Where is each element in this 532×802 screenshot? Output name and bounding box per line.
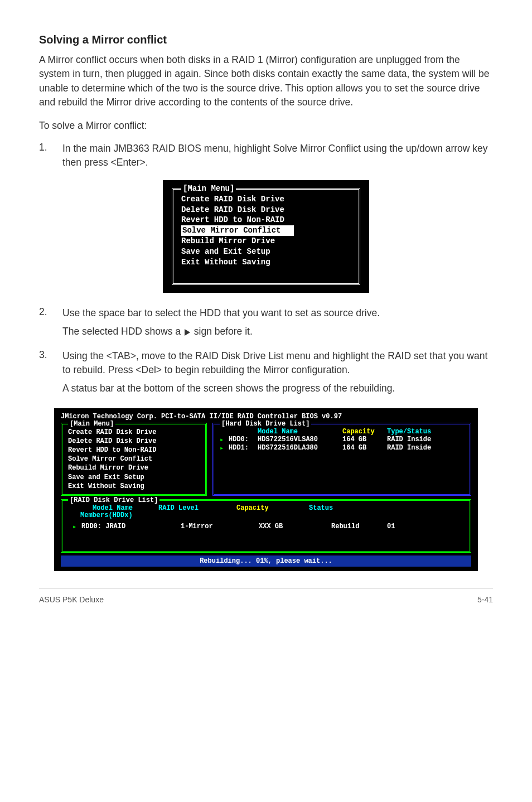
bios-menu-item: Rebuild Mirror Drive — [68, 463, 200, 472]
bios-top-row: [Main Menu] Create RAID Disk Drive Delet… — [61, 423, 471, 496]
step-number: 2. — [39, 306, 62, 344]
bios-menu-item: Delete RAID Disk Drive — [181, 205, 351, 215]
raid-status: Rebuild — [331, 523, 387, 531]
bios-large-container: JMicron Technology Corp. PCI-to-SATA II/… — [39, 408, 493, 571]
bios-footer-text: Rebuilding... 01%, please wait... — [61, 555, 471, 567]
hdd-capacity: 164 GB — [342, 436, 387, 444]
step-2: 2. Use the space bar to select the HDD t… — [39, 306, 493, 344]
bios-menu-item: Create RAID Disk Drive — [181, 194, 351, 205]
hdd-type: RAID Inside — [387, 444, 464, 452]
bios-menu-item: Create RAID Disk Drive — [68, 428, 200, 437]
bios-main-menu-box: [Main Menu] Create RAID Disk Drive Delet… — [172, 188, 360, 285]
step-text: In the main JMB363 RAID BIOS menu, highl… — [62, 142, 493, 170]
raid-header-capacity: Capacity — [236, 504, 309, 512]
footer-right: 5-41 — [477, 595, 493, 604]
footer-left: ASUS P5K Deluxe — [39, 595, 104, 604]
raid-members-label: Members(HDDx) — [69, 511, 463, 519]
hdd-header-row: Model Name Capacity Type/Status — [220, 428, 464, 436]
bios-raid-list-panel: [RAID Disk Drive List] Model Name RAID L… — [61, 499, 471, 553]
step-number: 1. — [39, 142, 62, 170]
bios-menu-item: Save and Exit Setup — [68, 473, 200, 482]
hdd-header-capacity: Capacity — [342, 428, 387, 436]
hdd-type: RAID Inside — [387, 436, 464, 444]
step-2-subtext: The selected HDD shows a sign before it. — [62, 325, 493, 339]
bios-main-menu-panel: [Main Menu] Create RAID Disk Drive Delet… — [61, 423, 207, 496]
raid-level: 1-Mirror — [181, 523, 259, 531]
hdd-row-1: ▸ HDD1: HDS722516DLA380 164 GB RAID Insi… — [220, 444, 464, 452]
hdd-capacity: 164 GB — [342, 444, 387, 452]
step-text: Use the space bar to select the HDD that… — [62, 306, 493, 344]
bios-menu-item: Revert HDD to Non-RAID — [68, 446, 200, 455]
raid-header-row: Model Name RAID Level Capacity Status — [69, 504, 463, 512]
paragraph-intro: A Mirror conflict occurs when both disks… — [39, 53, 493, 110]
step-number: 3. — [39, 349, 62, 400]
bios-menu-item: Save and Exit Setup — [181, 247, 351, 257]
hdd-model: HDS722516VLSA80 — [258, 436, 342, 444]
raid-header-model: Model Name — [69, 504, 158, 512]
raid-header-level: RAID Level — [158, 504, 236, 512]
hdd-arrow-spacer — [220, 428, 229, 436]
raid-header-status: Status — [309, 504, 365, 512]
hdd-header-type: Type/Status — [387, 428, 464, 436]
raid-name: RDD0: JRAID — [81, 523, 181, 531]
step-3: 3. Using the <TAB>, move to the RAID Dis… — [39, 349, 493, 400]
hdd-arrow-icon: ▸ — [220, 444, 229, 452]
raid-header-spacer — [365, 504, 463, 512]
bios-menu-item: Rebuild Mirror Drive — [181, 236, 351, 247]
hdd-model: HDS722516DLA380 — [258, 444, 342, 452]
bios-small-title: [Main Menu] — [181, 184, 236, 193]
raid-arrow-icon: ▸ — [69, 523, 81, 531]
hdd-slot: HDD1: — [229, 444, 258, 452]
triangle-icon — [185, 329, 190, 336]
bios-small-screen: [Main Menu] Create RAID Disk Drive Delet… — [163, 180, 369, 293]
sub-before: The selected HDD shows a — [62, 326, 183, 337]
bios-menu-item: Delete RAID Disk Drive — [68, 437, 200, 446]
paragraph-lead: To solve a Mirror conflict: — [39, 119, 493, 133]
hdd-arrow-icon: ▸ — [220, 436, 229, 444]
step-3-subtext: A status bar at the bottom of the screen… — [62, 381, 493, 395]
bios-hdd-list-panel: [Hard Disk Drive List] Model Name Capaci… — [212, 423, 471, 496]
step-1: 1. In the main JMB363 RAID BIOS menu, hi… — [39, 142, 493, 170]
bios-highlight-text: Solve Mirror Conflict — [181, 225, 294, 236]
hdd-row-0: ▸ HDD0: HDS722516VLSA80 164 GB RAID Insi… — [220, 436, 464, 444]
bios-small-container: [Main Menu] Create RAID Disk Drive Delet… — [39, 180, 493, 293]
raid-extra: 01 — [387, 523, 463, 531]
sub-after: sign before it. — [191, 326, 253, 337]
panel-title: [Hard Disk Drive List] — [220, 420, 311, 428]
bios-large-screen: JMicron Technology Corp. PCI-to-SATA II/… — [54, 408, 478, 571]
step-text: Using the <TAB>, move to the RAID Disk D… — [62, 349, 493, 400]
raid-capacity: XXX GB — [259, 523, 331, 531]
bios-menu-item: Solve Mirror Conflict — [68, 455, 200, 463]
section-heading: Solving a Mirror conflict — [39, 33, 493, 46]
raid-data-row: ▸ RDD0: JRAID 1-Mirror XXX GB Rebuild 01 — [69, 523, 463, 531]
bios-menu-item: Revert HDD to Non-RAID — [181, 215, 351, 225]
bios-menu-item: Exit Without Saving — [68, 482, 200, 491]
page-footer: ASUS P5K Deluxe 5-41 — [39, 588, 493, 604]
hdd-slot: HDD0: — [229, 436, 258, 444]
hdd-slot-spacer — [229, 428, 258, 436]
panel-title: [RAID Disk Drive List] — [68, 496, 159, 504]
bios-menu-item-selected: Solve Mirror Conflict — [181, 225, 351, 236]
panel-title: [Main Menu] — [68, 420, 115, 428]
bios-menu-item: Exit Without Saving — [181, 257, 351, 268]
step-3-text: Using the <TAB>, move to the RAID Disk D… — [62, 350, 487, 375]
step-2-text: Use the space bar to select the HDD that… — [62, 307, 380, 318]
hdd-header-model: Model Name — [258, 428, 342, 436]
